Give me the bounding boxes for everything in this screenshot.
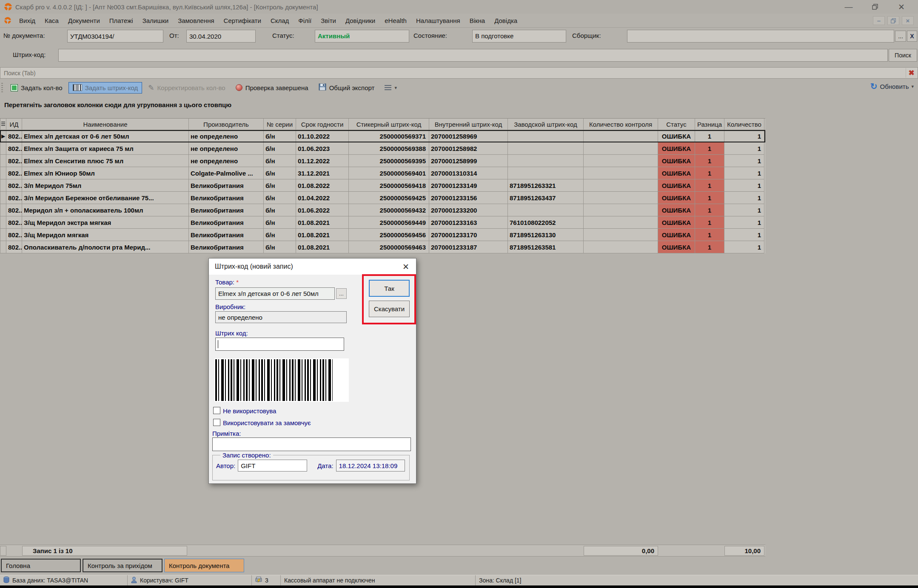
manufacturer-field[interactable] — [215, 311, 347, 323]
column-header-7[interactable]: Внутренний штрих-код — [429, 119, 508, 130]
cell-name[interactable]: Elmex з/п Сенситив плюс 75 мл — [22, 155, 189, 167]
note-field[interactable] — [212, 437, 411, 451]
export-button[interactable]: Общий экспорт — [314, 81, 379, 94]
column-header-2[interactable]: Наименование — [22, 119, 189, 130]
column-header-3[interactable]: Производитель — [189, 119, 264, 130]
cell-diff[interactable]: 1 — [695, 130, 724, 142]
cell-expiry[interactable]: 31.12.2021 — [296, 167, 349, 179]
cell-factory[interactable]: 8718951263321 — [508, 179, 584, 192]
cell-diff[interactable]: 1 — [695, 179, 724, 192]
cell-factory[interactable]: 8718951263581 — [508, 241, 584, 253]
cell-manufacturer[interactable]: Великобритания — [189, 192, 264, 204]
menu-item-Склад[interactable]: Склад — [266, 15, 294, 26]
row-indicator[interactable] — [0, 241, 6, 253]
cell-qty[interactable]: 1 — [724, 241, 764, 253]
cell-qty[interactable]: 1 — [724, 204, 764, 216]
cell-qty[interactable]: 1 — [724, 216, 764, 229]
cell-series[interactable]: б/н — [264, 229, 296, 241]
cell-id[interactable]: 802.. — [6, 167, 22, 179]
bottom-tab-Контроль за прихідом[interactable]: Контроль за прихідом — [83, 559, 163, 572]
cell-id[interactable]: 802.. — [6, 241, 22, 253]
cell-control[interactable] — [584, 142, 658, 155]
menu-item-Філії[interactable]: Філії — [294, 15, 316, 26]
cell-manufacturer[interactable]: не определено — [189, 130, 264, 142]
row-indicator[interactable]: ▶ — [0, 130, 6, 142]
group-by-hint[interactable]: Перетягніть заголовок колонки сюди для у… — [0, 97, 918, 112]
cell-id[interactable]: 802.. — [6, 204, 22, 216]
cell-sticker[interactable]: 2500000569425 — [349, 192, 429, 204]
cell-expiry[interactable]: 01.10.2022 — [296, 130, 349, 142]
cell-series[interactable]: б/н — [264, 155, 296, 167]
table-row[interactable]: 802..З/п Меридол Бережное отбеливание 75… — [0, 192, 765, 204]
cell-expiry[interactable]: 01.06.2022 — [296, 204, 349, 216]
cell-factory[interactable] — [508, 142, 584, 155]
cell-status[interactable]: ОШИБКА — [658, 192, 695, 204]
row-indicator[interactable] — [0, 192, 6, 204]
grid-corner-header[interactable] — [0, 119, 6, 130]
cell-manufacturer[interactable]: Великобритания — [189, 216, 264, 229]
row-indicator[interactable] — [0, 216, 6, 229]
cell-name[interactable]: З/щ Меридол мягкая — [22, 229, 189, 241]
cell-sticker[interactable]: 2500000569456 — [349, 229, 429, 241]
view-options-button[interactable]: ▾ — [380, 83, 401, 93]
cell-series[interactable]: б/н — [264, 192, 296, 204]
column-header-8[interactable]: Заводской штрих-код — [508, 119, 584, 130]
cell-series[interactable]: б/н — [264, 130, 296, 142]
menu-item-Замовлення[interactable]: Замовлення — [173, 15, 219, 26]
cell-internal[interactable]: 2070001233156 — [429, 192, 508, 204]
collector-picker-button[interactable]: ... — [895, 31, 906, 42]
column-header-4[interactable]: № серии — [264, 119, 296, 130]
row-indicator[interactable] — [0, 229, 6, 241]
cell-series[interactable]: б/н — [264, 167, 296, 179]
cell-factory[interactable]: 8718951263437 — [508, 192, 584, 204]
created-date-field[interactable] — [336, 460, 405, 472]
cell-control[interactable] — [584, 179, 658, 192]
menu-item-Залишки[interactable]: Залишки — [138, 15, 174, 26]
menu-item-eHealth[interactable]: eHealth — [380, 15, 411, 26]
cell-qty[interactable]: 1 — [724, 229, 764, 241]
not-use-checkbox[interactable] — [213, 407, 220, 414]
cell-id[interactable]: 802.. — [6, 130, 22, 142]
cell-diff[interactable]: 1 — [695, 155, 724, 167]
table-row[interactable]: 802..Ополаскиватель д/полости рта Мерид.… — [0, 241, 765, 253]
cell-internal[interactable]: 2070001258969 — [429, 130, 508, 142]
menu-item-Сертифікати[interactable]: Сертифікати — [219, 15, 266, 26]
cell-id[interactable]: 802.. — [6, 142, 22, 155]
child-close-icon[interactable]: × — [902, 16, 914, 25]
cell-control[interactable] — [584, 204, 658, 216]
cell-control[interactable] — [584, 155, 658, 167]
cell-diff[interactable]: 1 — [695, 241, 724, 253]
column-header-1[interactable]: ИД — [6, 119, 22, 130]
cell-control[interactable] — [584, 130, 658, 142]
collector-clear-button[interactable]: X — [907, 31, 917, 42]
cell-factory[interactable] — [508, 167, 584, 179]
cell-factory[interactable]: 7610108022052 — [508, 216, 584, 229]
cell-name[interactable]: Elmex з/п детская от 0-6 лет 50мл — [22, 130, 189, 142]
column-header-11[interactable]: Разница — [695, 119, 724, 130]
cell-expiry[interactable]: 01.06.2023 — [296, 142, 349, 155]
row-indicator[interactable] — [0, 167, 6, 179]
collector-field[interactable] — [627, 30, 894, 43]
cell-manufacturer[interactable]: не определено — [189, 155, 264, 167]
cell-manufacturer[interactable]: не определено — [189, 142, 264, 155]
menu-item-Платежі[interactable]: Платежі — [105, 15, 138, 26]
cell-name[interactable]: Меридол з/п + ополаскиватель 100мл — [22, 204, 189, 216]
menu-item-Документи[interactable]: Документи — [63, 15, 105, 26]
dialog-close-icon[interactable]: ✕ — [396, 258, 415, 275]
cell-manufacturer[interactable]: Великобритания — [189, 229, 264, 241]
menu-item-Вікна[interactable]: Вікна — [465, 15, 490, 26]
cell-internal[interactable]: 2070001233187 — [429, 241, 508, 253]
cell-series[interactable]: б/н — [264, 216, 296, 229]
cell-sticker[interactable]: 2500000569388 — [349, 142, 429, 155]
cell-series[interactable]: б/н — [264, 241, 296, 253]
table-row[interactable]: 802..Elmex з/п Сенситив плюс 75 млне опр… — [0, 155, 765, 167]
author-field[interactable] — [238, 460, 307, 472]
product-field[interactable] — [215, 287, 335, 300]
cell-sticker[interactable]: 2500000569449 — [349, 216, 429, 229]
cell-id[interactable]: 802.. — [6, 229, 22, 241]
column-header-5[interactable]: Срок годности — [296, 119, 349, 130]
cell-qty[interactable]: 1 — [724, 167, 764, 179]
cell-status[interactable]: ОШИБКА — [658, 167, 695, 179]
cell-sticker[interactable]: 2500000569371 — [349, 130, 429, 142]
cell-series[interactable]: б/н — [264, 179, 296, 192]
